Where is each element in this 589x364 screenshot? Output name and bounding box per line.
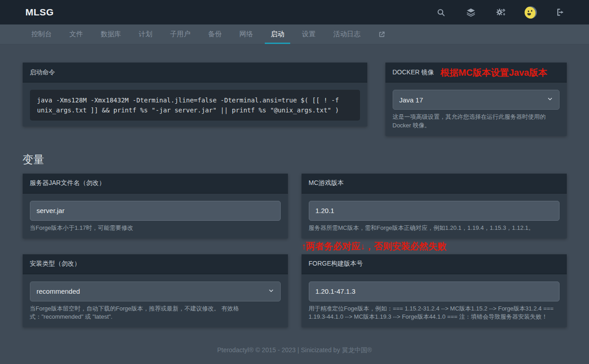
tab-startup[interactable]: 启动 xyxy=(265,24,290,44)
user-avatar[interactable] xyxy=(516,6,545,19)
startup-command-card: 启动命令 java -Xms128M -Xmx18432M -Dterminal… xyxy=(23,63,367,126)
tab-activity-log[interactable]: 活动日志 xyxy=(327,24,366,44)
tab-network[interactable]: 网络 xyxy=(234,24,259,44)
server-jarfile-help: 当Forge版本小于1.17时，可能需要修改 xyxy=(30,224,281,233)
server-subnav: 控制台 文件 数据库 计划 子用户 备份 网络 启动 设置 活动日志 xyxy=(0,24,589,44)
startup-command-body: java -Xms128M -Xmx18432M -Dterminal.jlin… xyxy=(23,83,367,126)
forge-version-help: 用于精准定位Foge版本，例如：=== 1.15.2-31.2.4 --> MC… xyxy=(309,305,560,322)
version-match-annotation: ↑两者务必对应↓，否则安装必然失败 xyxy=(302,241,567,251)
startup-command-header: 启动命令 xyxy=(23,63,367,83)
forge-version-input[interactable] xyxy=(309,281,560,301)
tab-databases[interactable]: 数据库 xyxy=(95,24,127,44)
variable-body: 当Forge版本小于1.17时，可能需要修改 xyxy=(23,194,288,238)
variable-title: MC游戏版本 xyxy=(302,174,567,194)
chevron-down-icon xyxy=(547,96,553,104)
variable-card-forge-version: FORGE构建版本号 用于精准定位Foge版本，例如：=== 1.15.2-31… xyxy=(302,254,567,328)
cogs-icon[interactable] xyxy=(486,8,516,17)
docker-image-card: DOCKER 镜像 根据MC版本设置Java版本 Java 17 这是一项高级设… xyxy=(385,63,567,136)
tab-subusers[interactable]: 子用户 xyxy=(164,24,196,44)
external-link-icon[interactable] xyxy=(372,24,391,44)
variable-card-install-type: 安装类型（勿改） recommended 当Forge版本留空时，自动下载的Fo… xyxy=(23,254,288,328)
tab-files[interactable]: 文件 xyxy=(63,24,89,44)
server-jarfile-input[interactable] xyxy=(30,201,281,221)
install-type-help: 当Forge版本留空时，自动下载的Forge版本，推荐或最新，不建议修改。 有效… xyxy=(30,305,281,322)
variable-title: 安装类型（勿改） xyxy=(23,254,288,274)
docker-image-select[interactable]: Java 17 xyxy=(393,90,560,110)
docker-image-selected: Java 17 xyxy=(399,96,423,104)
variable-title: 服务器JAR文件名（勿改） xyxy=(23,174,288,194)
install-type-select[interactable]: recommended xyxy=(30,281,281,301)
top-navbar: MLSG xyxy=(0,0,589,24)
variable-title: FORGE构建版本号 xyxy=(302,254,567,274)
variable-card-mc-version: MC游戏版本 服务器所需MC版本，需和Forge版本正确对应，例如1.20.1，… xyxy=(302,174,567,238)
sign-out-icon[interactable] xyxy=(545,8,575,17)
variable-body: 用于精准定位Foge版本，例如：=== 1.15.2-31.2.4 --> MC… xyxy=(302,274,567,328)
chevron-down-icon xyxy=(268,287,274,295)
variable-card-server-jarfile: 服务器JAR文件名（勿改） 当Forge版本小于1.17时，可能需要修改 xyxy=(23,174,288,238)
variable-title-text: 服务器JAR文件名（勿改） xyxy=(30,179,105,187)
tab-schedules[interactable]: 计划 xyxy=(133,24,158,44)
server-name-brand[interactable]: MLSG xyxy=(25,7,54,18)
variable-body: recommended 当Forge版本留空时，自动下载的Forge版本，推荐或… xyxy=(23,274,288,328)
tab-backups[interactable]: 备份 xyxy=(202,24,228,44)
variables-heading: 变量 xyxy=(23,152,567,167)
search-icon[interactable] xyxy=(426,8,456,17)
layers-icon[interactable] xyxy=(456,8,486,17)
variable-title-text: FORGE构建版本号 xyxy=(309,260,363,268)
footer-copyright: Pterodactyl® © 2015 - 2023 | Sinicizated… xyxy=(23,346,567,364)
startup-page: 启动命令 java -Xms128M -Xmx18432M -Dterminal… xyxy=(23,44,567,364)
docker-image-header: DOCKER 镜像 根据MC版本设置Java版本 xyxy=(385,63,567,83)
docker-image-body: Java 17 这是一项高级设置，其允许您选择在运行此服务器时使用的 Docke… xyxy=(385,83,567,136)
tab-console[interactable]: 控制台 xyxy=(25,24,58,44)
install-type-selected: recommended xyxy=(37,287,80,295)
docker-image-title: DOCKER 镜像 xyxy=(393,68,434,77)
startup-command-title: 启动命令 xyxy=(30,68,55,77)
variable-title-text: MC游戏版本 xyxy=(309,179,344,187)
docker-image-help: 这是一项高级设置，其允许您选择在运行此服务器时使用的 Docker 映像。 xyxy=(393,113,560,130)
variable-body: 服务器所需MC版本，需和Forge版本正确对应，例如1.20.1，1.19.4，… xyxy=(302,194,567,238)
startup-command-value: java -Xms128M -Xmx18432M -Dterminal.jlin… xyxy=(30,90,360,121)
navbar-icons xyxy=(426,6,575,19)
mc-version-help: 服务器所需MC版本，需和Forge版本正确对应，例如1.20.1，1.19.4，… xyxy=(309,224,560,233)
avatar-image xyxy=(525,6,537,19)
tab-settings[interactable]: 设置 xyxy=(296,24,321,44)
docker-annotation: 根据MC版本设置Java版本 xyxy=(440,68,547,78)
variable-title-text: 安装类型（勿改） xyxy=(30,260,81,268)
mc-version-input[interactable] xyxy=(309,201,560,221)
